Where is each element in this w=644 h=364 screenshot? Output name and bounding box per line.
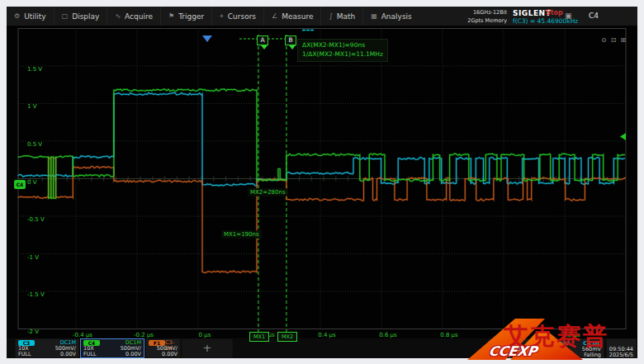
channel-zero-marker[interactable]: C4 [14, 180, 26, 189]
channel-descriptor-c4[interactable]: C4DC1M10X500mV/FULL0.00V [80, 338, 144, 358]
bandwidth-spec: 16GHz-12Bit [452, 9, 507, 17]
offset-label: 0.00V [162, 352, 178, 357]
time-axis-label: 0.6 µs [379, 332, 396, 338]
scope-spec: 16GHz-12Bit 2Gpts Memory [452, 7, 507, 28]
trigger-box[interactable]: TriggerC3 DC Stop560mV QualifierFalling [545, 338, 604, 358]
time-axis-label: 1 µs [504, 332, 517, 338]
menu-item-display[interactable]: ▢Display [54, 7, 107, 26]
add-channel-button[interactable]: + [182, 338, 233, 358]
voltage-axis-label: 1 V [27, 103, 36, 110]
menu-item-label: Measure [282, 12, 313, 21]
mx1-cursor-tag[interactable]: MX1 [249, 332, 269, 342]
voltage-axis-label: 1.5 V [27, 66, 42, 73]
camera-icon[interactable]: ⊙ [601, 36, 611, 44]
time-axis-label: 1.2 µs [562, 332, 580, 338]
bandwidth-label: FULL [18, 352, 31, 357]
voltage-axis-label: -1 V [27, 254, 39, 261]
menu-item-math[interactable]: ∫Math [320, 7, 362, 26]
menu-item-label: Acquire [125, 12, 153, 21]
menu-item-label: Utility [24, 12, 45, 21]
mx1-position-label: MX1=190ns [221, 230, 262, 239]
time-axis-label: 0.8 µs [440, 332, 457, 338]
descriptor-bar: + Timebase 0ns100ns/div 2.00Mpts2.00GSa/… [7, 338, 637, 358]
channel-descriptor-c3[interactable]: C3DC1M10X500mV/FULL0.00V [15, 338, 79, 358]
active-channel-button[interactable]: C4 [589, 12, 599, 31]
cursor-readout-box: ΔX(MX2-MX1)=90ns 1/ΔX(MX2-MX1)=11.1MHz [297, 39, 388, 62]
offset-label: 0.00V [60, 352, 76, 357]
fullscreen-icon[interactable]: ⊡ [611, 36, 621, 44]
hand-tool-icon[interactable]: ⊞ [620, 36, 630, 44]
measure-icon: ∠ [272, 12, 277, 20]
timebase-box[interactable]: Timebase 0ns100ns/div 2.00Mpts2.00GSa/s [489, 338, 543, 358]
cursor-a-flag[interactable]: A [257, 35, 268, 45]
menu-item-measure[interactable]: ∠Measure [263, 7, 320, 26]
memory-spec: 2Gpts Memory [452, 17, 507, 26]
voltage-axis-label: 0 V [27, 179, 36, 186]
cursor-b-flag[interactable]: B [285, 35, 296, 45]
time-axis-label: -0.4 µs [73, 332, 92, 338]
menu-item-label: Analysis [381, 12, 412, 21]
time-axis-label: 0 µs [199, 332, 211, 338]
clock-box: 09:50:44 2025/6/5 [606, 338, 637, 358]
mx2-position-label: MX2=280ns [248, 188, 288, 196]
voltage-axis-label: -0.5 V [27, 216, 45, 223]
menu-item-analysis[interactable]: ▦Analysis [362, 7, 419, 26]
menu-item-trigger[interactable]: ⚑Trigger [160, 7, 211, 26]
clock-date: 2025/6/5 [609, 352, 633, 358]
channel-descriptor-f1[interactable]: F1C3-C4500mV/0.00V [145, 338, 181, 358]
gear-icon: ⚙ [14, 12, 20, 20]
header-menu-icon[interactable]: ▣ [565, 12, 572, 31]
menu-item-utility[interactable]: ⚙Utility [7, 7, 54, 26]
oscilloscope-screenshot: { "menu": { "items": [ {"label":"Utility… [0, 0, 644, 364]
menu-item-acquire[interactable]: ∿Acquire [107, 7, 160, 26]
trigger-slope: Falling [584, 352, 601, 358]
cursors-icon: ⌖ [220, 12, 224, 21]
cursor-delta-x: ΔX(MX2-MX1)=90ns [302, 41, 383, 50]
trigger-flag-icon: ⚑ [168, 12, 174, 20]
timebase-depth: 2.00Mpts [492, 352, 517, 358]
voltage-axis-label: -1.5 V [27, 291, 45, 298]
menu-item-label: Cursors [228, 12, 256, 21]
time-axis-label: -0.2 µs [134, 332, 154, 338]
scope-screen: ⚙Utility▢Display∿Acquire⚑Trigger⌖Cursors… [7, 7, 637, 358]
bandwidth-label: FULL [83, 352, 97, 357]
timebase-srate: 2.00GSa/s [517, 352, 544, 358]
trigger-type: Qualifier [548, 352, 571, 358]
voltage-axis-label: 0.5 V [27, 141, 42, 148]
analysis-icon: ▦ [371, 12, 377, 20]
voltage-axis-label: -2 V [27, 329, 39, 335]
display-icon: ▢ [62, 12, 69, 20]
acquire-icon: ∿ [115, 12, 121, 20]
time-axis-label: 0.4 µs [318, 332, 335, 338]
menu-item-label: Math [337, 12, 356, 21]
cursor-inverse-delta-x: 1/ΔX(MX2-MX1)=11.1MHz [302, 50, 383, 59]
menu-item-label: Trigger [178, 12, 204, 21]
grid-corner-icons: ⊙⊡⊞ [601, 36, 630, 44]
offset-label: 0.00V [125, 352, 141, 357]
menu-item-cursors[interactable]: ⌖Cursors [211, 7, 263, 26]
menu-item-label: Display [72, 12, 99, 21]
trigger-position-marker[interactable] [202, 35, 212, 42]
math-icon: ∫ [329, 12, 332, 20]
mx2-cursor-tag[interactable]: MX2 [277, 332, 297, 342]
